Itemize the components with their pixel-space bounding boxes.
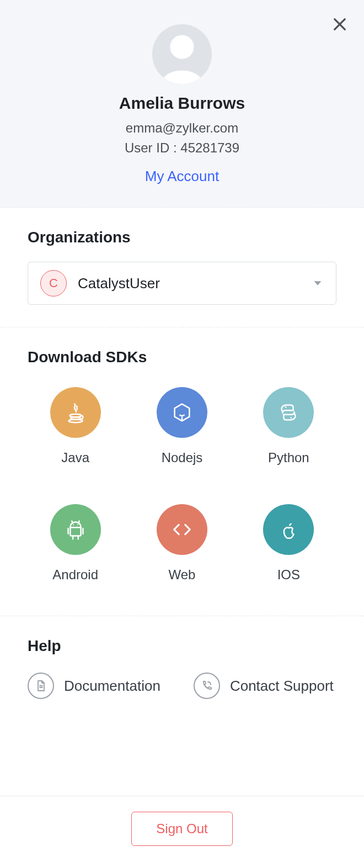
download-sdks-title: Download SDKs	[28, 348, 336, 366]
svg-point-3	[170, 35, 194, 59]
sdk-item-web[interactable]: Web	[134, 504, 229, 583]
organizations-section: Organizations C CatalystUser	[0, 208, 364, 327]
organization-select[interactable]: C CatalystUser	[28, 262, 336, 305]
sdk-label: IOS	[277, 567, 300, 583]
android-icon	[50, 504, 101, 555]
sdk-label: Nodejs	[162, 450, 203, 465]
user-email: emma@zylker.com	[11, 120, 353, 136]
avatar	[152, 24, 212, 84]
svg-point-8	[291, 417, 292, 419]
user-name: Amelia Burrows	[11, 94, 353, 113]
contact-support-icon	[194, 673, 220, 699]
chevron-down-icon	[312, 277, 324, 289]
svg-point-16	[73, 524, 74, 525]
account-panel: Amelia Burrows emma@zylker.com User ID :…	[0, 0, 364, 868]
organization-badge: C	[40, 270, 67, 297]
my-account-link[interactable]: My Account	[11, 168, 353, 185]
help-item-contact-support[interactable]: Contact Support	[194, 673, 334, 699]
organizations-title: Organizations	[28, 229, 336, 246]
web-icon	[157, 504, 207, 555]
help-label: Documentation	[64, 678, 160, 695]
organization-name: CatalystUser	[78, 275, 312, 292]
ios-icon	[263, 504, 314, 555]
footer: Sign Out	[0, 796, 364, 868]
svg-point-17	[77, 524, 78, 525]
help-section: Help Documentation	[0, 616, 364, 796]
help-item-documentation[interactable]: Documentation	[28, 673, 160, 699]
sign-out-button[interactable]: Sign Out	[131, 812, 232, 846]
sdk-label: Java	[61, 450, 89, 465]
help-title: Help	[28, 637, 336, 655]
java-icon	[50, 387, 101, 438]
svg-line-11	[78, 521, 79, 523]
sdk-item-nodejs[interactable]: Nodejs	[134, 387, 229, 465]
svg-point-7	[285, 406, 287, 408]
user-id: User ID : 45281739	[11, 140, 353, 156]
sdk-label: Android	[52, 567, 98, 583]
help-label: Contact Support	[230, 678, 334, 695]
nodejs-icon	[157, 387, 207, 438]
sdk-item-python[interactable]: Python	[241, 387, 336, 465]
sdk-label: Web	[169, 567, 196, 583]
sdk-grid: Java Nodejs	[28, 382, 336, 583]
help-row: Documentation Contact Support	[28, 670, 336, 699]
sdk-item-android[interactable]: Android	[28, 504, 123, 583]
close-icon[interactable]	[331, 15, 349, 33]
svg-line-10	[72, 521, 73, 523]
documentation-icon	[28, 673, 54, 699]
download-sdks-section: Download SDKs Java	[0, 327, 364, 616]
sdk-item-java[interactable]: Java	[28, 387, 123, 465]
python-icon	[263, 387, 314, 438]
account-header: Amelia Burrows emma@zylker.com User ID :…	[0, 0, 364, 208]
sdk-item-ios[interactable]: IOS	[241, 504, 336, 583]
svg-rect-9	[70, 527, 81, 536]
sdk-label: Python	[268, 450, 309, 465]
